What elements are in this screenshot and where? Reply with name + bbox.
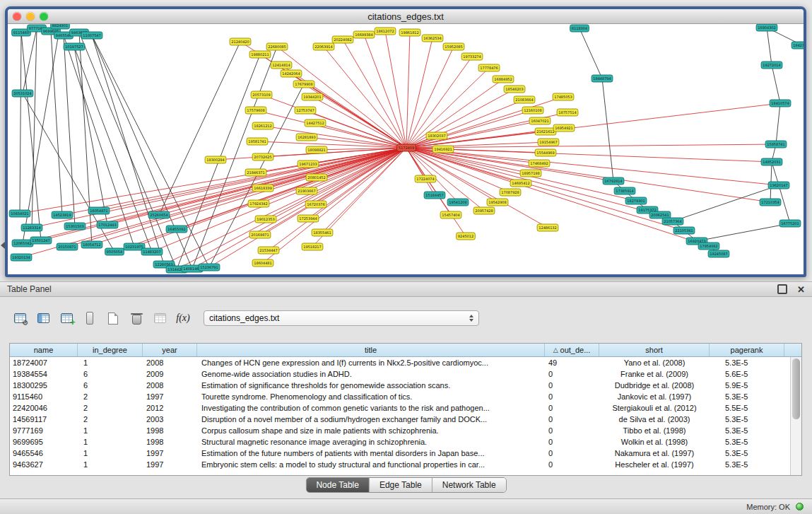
minimize-window-button[interactable] — [26, 12, 35, 21]
network-edge[interactable] — [32, 28, 37, 228]
network-node[interactable]: 15952085 — [443, 43, 464, 50]
network-node[interactable]: 15544969 — [535, 149, 556, 156]
network-edge[interactable] — [776, 103, 780, 144]
table-row[interactable]: 969969511998Structural magnetic resonanc… — [10, 436, 790, 448]
network-edge[interactable] — [152, 148, 406, 252]
network-node[interactable]: 19344201 — [302, 93, 323, 100]
network-edge[interactable] — [92, 35, 192, 269]
network-node[interactable]: 20224082 — [332, 36, 353, 43]
network-node[interactable]: 19245087 — [708, 250, 729, 257]
network-node[interactable]: 12160108 — [522, 107, 543, 114]
network-node[interactable]: 19154967 — [538, 139, 559, 146]
network-node[interactable]: 18548203 — [504, 86, 525, 93]
network-edge[interactable] — [277, 47, 406, 148]
network-edge[interactable] — [263, 148, 406, 263]
network-node[interactable]: 19320134 — [11, 254, 32, 261]
network-node[interactable]: 19416921 — [433, 146, 454, 153]
network-node[interactable]: 18957198 — [520, 170, 541, 177]
network-node[interactable]: 8824301 — [51, 24, 70, 29]
network-edge[interactable] — [406, 110, 533, 148]
network-node[interactable]: 16281893 — [296, 134, 317, 141]
network-node[interactable]: 19861812 — [399, 29, 420, 36]
import-table-button[interactable] — [150, 308, 170, 328]
network-node[interactable]: 11283314 — [21, 224, 42, 231]
network-node[interactable]: 14695412 — [510, 180, 531, 187]
tab-edge-table[interactable]: Edge Table — [370, 478, 433, 492]
network-node[interactable]: 19880211 — [249, 51, 271, 58]
network-node[interactable]: 17679908 — [293, 81, 314, 88]
network-edge[interactable] — [51, 31, 62, 215]
network-node[interactable]: 19542908 — [487, 199, 508, 206]
network-node[interactable]: 17954082 — [698, 243, 719, 250]
network-node[interactable]: 11483207 — [141, 248, 163, 255]
panel-collapse-arrow-icon[interactable] — [1, 242, 5, 249]
network-window-titlebar[interactable]: citations_edges.txt — [8, 9, 804, 24]
network-window[interactable]: citations_edges.txt 21240420198802112268… — [5, 6, 806, 277]
column-view-button[interactable] — [80, 308, 100, 328]
network-node[interactable]: 11007547 — [81, 32, 102, 39]
network-node[interactable]: 16954921 — [553, 124, 575, 132]
network-node[interactable]: 9505054 — [105, 248, 124, 255]
network-node[interactable]: 18757514 — [557, 109, 578, 116]
network-node[interactable]: 20957428 — [473, 207, 495, 214]
tab-network-table[interactable]: Network Table — [433, 478, 506, 492]
network-edge[interactable] — [406, 148, 498, 202]
network-node[interactable]: 16054871 — [88, 207, 110, 214]
network-node[interactable]: 8118304 — [570, 25, 589, 32]
network-node[interactable]: 21083664 — [514, 96, 535, 103]
network-node[interactable]: 22063914 — [313, 43, 334, 50]
network-node[interactable]: 18300294 — [205, 156, 226, 163]
table-row[interactable]: 2242004622012Investigating the contribut… — [10, 402, 790, 414]
network-node[interactable]: 21057364 — [662, 218, 683, 225]
network-edge[interactable] — [20, 33, 21, 214]
network-node[interactable]: 14427512 — [305, 119, 326, 127]
network-node[interactable]: 18604481 — [252, 259, 273, 267]
network-node[interactable]: 10834021 — [9, 210, 30, 217]
network-node[interactable]: 15958741 — [765, 141, 787, 148]
network-edge[interactable] — [266, 148, 406, 219]
network-node[interactable]: 18261212 — [252, 122, 273, 129]
column-header-short[interactable]: short — [599, 344, 710, 356]
network-node[interactable]: 17224074 — [415, 175, 436, 182]
close-panel-icon[interactable]: ✕ — [797, 285, 805, 294]
function-builder-button[interactable]: f(x) — [173, 308, 193, 328]
network-node[interactable]: 15184457 — [424, 192, 445, 199]
network-node[interactable]: 18098821 — [306, 146, 327, 153]
network-node[interactable]: 17012443 — [97, 221, 118, 228]
network-edge[interactable] — [343, 40, 406, 148]
network-node[interactable]: 20573109 — [251, 91, 272, 98]
network-node[interactable]: 15301503 — [64, 223, 86, 230]
network-node[interactable]: 21903667 — [296, 187, 317, 194]
network-node[interactable]: 16047021 — [529, 117, 551, 124]
network-edge[interactable] — [259, 148, 406, 204]
close-window-button[interactable] — [13, 12, 21, 21]
network-node[interactable]: 18612072 — [375, 28, 396, 35]
network-node[interactable]: 21240420 — [230, 38, 251, 45]
table-row[interactable]: 1830029562008Estimation of significance … — [10, 380, 790, 391]
vertical-scrollbar[interactable] — [790, 357, 801, 475]
column-header-pagerank[interactable]: pagerank — [710, 344, 784, 356]
network-node[interactable]: 22680085 — [266, 43, 288, 50]
network-edge[interactable] — [406, 38, 433, 148]
network-node[interactable]: 12753747 — [295, 107, 316, 114]
network-node[interactable]: 19671233 — [298, 160, 319, 168]
network-node[interactable]: 21846371 — [245, 169, 266, 176]
network-node[interactable]: 17924342 — [248, 200, 269, 207]
table-row[interactable]: 946362711997Embryonic stem cells: a mode… — [10, 459, 790, 470]
network-hub-node[interactable]: 5172409 — [397, 144, 416, 151]
table-row[interactable]: 1938455462009Genome-wide association stu… — [10, 368, 790, 380]
network-node[interactable]: 16775201 — [779, 220, 801, 227]
network-edge[interactable] — [23, 28, 37, 93]
network-edge[interactable] — [315, 123, 406, 148]
network-node[interactable]: 12486132 — [537, 224, 558, 231]
network-edge[interactable] — [406, 148, 770, 202]
network-node[interactable]: 10197527 — [64, 43, 85, 50]
network-edge[interactable] — [312, 97, 406, 148]
network-edge[interactable] — [772, 65, 780, 103]
network-node[interactable]: 16699384 — [353, 31, 375, 38]
network-node[interactable]: 16904302 — [756, 24, 777, 31]
network-node[interactable]: 17579608 — [245, 107, 266, 114]
float-panel-icon[interactable] — [777, 284, 787, 294]
network-node[interactable]: 19272014 — [761, 62, 782, 69]
network-node[interactable]: 17468492 — [529, 160, 550, 167]
